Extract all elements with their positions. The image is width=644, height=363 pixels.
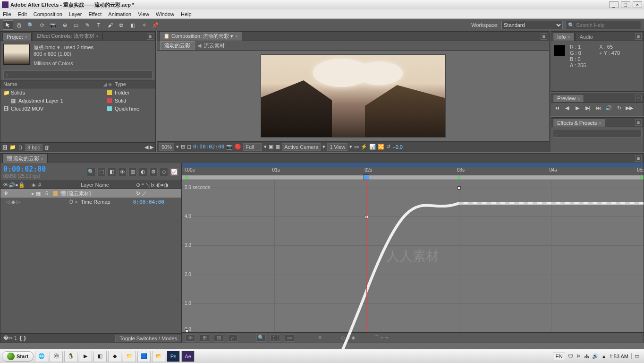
- tray-shield-icon[interactable]: 🛡: [568, 354, 573, 359]
- show-desktop-button[interactable]: ▭: [631, 353, 642, 359]
- transparency-icon[interactable]: ▦: [275, 144, 280, 150]
- last-frame-button[interactable]: ⏭: [594, 104, 602, 111]
- cti-head[interactable]: [364, 174, 369, 180]
- toggle-switches-modes[interactable]: Toggle Switches / Modes: [115, 335, 181, 342]
- tab-composition[interactable]: 📋 Composition: 流动的云彩 ▾×: [159, 31, 242, 41]
- reset-exposure-icon[interactable]: ↺: [386, 144, 390, 150]
- keyframe[interactable]: [185, 329, 188, 333]
- timeline-icon[interactable]: 📊: [369, 144, 376, 150]
- grid-icon[interactable]: ⊞: [181, 144, 185, 150]
- taskbar-qq-icon[interactable]: 🐧: [64, 351, 77, 362]
- draft3d-icon[interactable]: ◧: [108, 168, 116, 176]
- layer-label-swatch[interactable]: [53, 191, 58, 196]
- resolution-select[interactable]: Full: [243, 143, 262, 151]
- keyframe-nav[interactable]: ◁ ◆ ▷: [3, 199, 26, 205]
- keyframe[interactable]: [458, 186, 461, 190]
- rect-tool[interactable]: ▭: [71, 20, 81, 30]
- brush-tool[interactable]: 🖌: [105, 20, 115, 30]
- menu-effect[interactable]: Effect: [88, 11, 102, 17]
- col-name[interactable]: Name: [3, 81, 103, 87]
- new-folder-icon[interactable]: 📁: [9, 144, 16, 150]
- maximize-button[interactable]: □: [621, 1, 630, 8]
- tray-expand-icon[interactable]: ▲: [602, 354, 607, 359]
- taskbar-app-icon[interactable]: ◆: [108, 351, 121, 362]
- tab-project[interactable]: Project×: [2, 33, 32, 41]
- type-tool[interactable]: T: [93, 20, 104, 30]
- stopwatch-icon[interactable]: ⏱ ▷: [68, 199, 78, 205]
- brainstorm-icon[interactable]: ⚙: [149, 168, 158, 176]
- taskbar-app-icon[interactable]: 🟦: [137, 351, 151, 362]
- composition-viewer[interactable]: [157, 51, 549, 141]
- panel-menu-icon[interactable]: ≡: [541, 33, 547, 40]
- audio-button[interactable]: 🔊: [605, 104, 612, 111]
- taskbar-app-icon[interactable]: 📁: [123, 351, 136, 362]
- zoom-select[interactable]: 50%: [159, 143, 174, 151]
- property-row[interactable]: ◁ ◆ ▷ ⏱ ▷ Time Remap 0:00:04:00: [0, 198, 181, 206]
- col-layer-name[interactable]: Layer Name: [81, 182, 136, 188]
- layer-row[interactable]: 👁 ▸ ▦ 5 ▦ [流云素材] ↻ ／: [0, 189, 181, 198]
- taskbar-aftereffects-icon[interactable]: Ae: [181, 351, 195, 362]
- bpc-toggle[interactable]: 8 bpc: [25, 144, 42, 151]
- camera-select[interactable]: Active Camera: [282, 143, 321, 151]
- prev-frame-button[interactable]: ◀: [563, 104, 571, 111]
- panel-menu-icon[interactable]: ≡: [635, 119, 642, 126]
- menu-edit[interactable]: Edit: [18, 11, 27, 17]
- eraser-tool[interactable]: ◧: [127, 20, 138, 30]
- project-row-solids[interactable]: 📁 Solids Folder: [0, 88, 155, 96]
- tab-timeline-comp[interactable]: ▦ 流动的云彩×: [2, 154, 48, 163]
- motion-blur-icon[interactable]: ◐: [139, 168, 147, 176]
- time-ruler[interactable]: f:00s 01s 02s 03s 04s 05s: [182, 163, 644, 180]
- taskbar-app-icon[interactable]: ◧: [93, 351, 107, 362]
- time-remap-value[interactable]: 0:00:04:00: [133, 199, 178, 205]
- taskbar-explorer-icon[interactable]: 📂: [152, 351, 165, 362]
- next-frame-button[interactable]: ▶|: [584, 104, 592, 111]
- comp-mini-flowchart-icon[interactable]: ⬚: [97, 168, 106, 176]
- tray-clock[interactable]: 1:53 AM: [610, 354, 628, 359]
- graph-editor[interactable]: f:00s 01s 02s 03s 04s 05s: [182, 163, 644, 343]
- language-indicator[interactable]: EN: [553, 353, 565, 360]
- selection-tool[interactable]: [3, 20, 13, 30]
- menu-animation[interactable]: Animation: [108, 11, 131, 17]
- panel-menu-icon[interactable]: ≡: [635, 95, 642, 101]
- clone-tool[interactable]: ⧉: [116, 20, 127, 30]
- help-search[interactable]: 🔍 Search Help: [566, 21, 641, 29]
- play-button[interactable]: ▶: [574, 104, 581, 111]
- menu-composition[interactable]: Composition: [34, 11, 62, 17]
- tray-flag-icon[interactable]: 🏳: [576, 354, 581, 359]
- delete-icon[interactable]: 🗑: [44, 145, 50, 150]
- timecode-display[interactable]: 0:00:02:00: [193, 144, 224, 150]
- comp-flowchart-icon[interactable]: 🔀: [378, 144, 384, 150]
- puppet-tool[interactable]: 📌: [150, 20, 161, 30]
- frame-blend-icon[interactable]: ▧: [128, 168, 137, 176]
- new-comp-icon[interactable]: 🗋: [18, 145, 23, 150]
- col-type[interactable]: Type: [115, 81, 153, 87]
- taskbar-chrome-icon[interactable]: 🌐: [35, 351, 48, 362]
- taskbar-photoshop-icon[interactable]: Ps: [167, 351, 180, 362]
- pen-tool[interactable]: ✎: [82, 20, 93, 30]
- panel-menu-icon[interactable]: ≡: [147, 33, 153, 40]
- search-layers-icon[interactable]: 🔍: [87, 168, 95, 176]
- menu-window[interactable]: Window: [156, 11, 174, 17]
- panel-menu-icon[interactable]: ≡: [635, 155, 642, 162]
- panel-menu-icon[interactable]: ≡: [635, 33, 642, 40]
- menu-view[interactable]: View: [138, 11, 149, 17]
- camera-tool[interactable]: 📷: [48, 20, 59, 30]
- menu-file[interactable]: File: [3, 11, 11, 17]
- tab-effect-controls[interactable]: Effect Controls: 流云素材×: [33, 31, 103, 41]
- minimize-button[interactable]: _: [609, 1, 619, 8]
- tab-info[interactable]: Info×: [553, 33, 575, 41]
- roto-tool[interactable]: ✧: [139, 20, 149, 30]
- graph-editor-icon[interactable]: 📈: [170, 168, 178, 176]
- current-time-display[interactable]: 0:00:02:00: [3, 165, 46, 173]
- mask-icon[interactable]: ◻: [187, 144, 191, 150]
- ram-preview-button[interactable]: ▶▶: [626, 104, 633, 111]
- loop-button[interactable]: ↻: [615, 104, 623, 111]
- auto-keyframe-icon[interactable]: ◇: [160, 168, 168, 176]
- interpret-icon[interactable]: 🖼: [2, 145, 8, 150]
- start-button[interactable]: Start: [2, 351, 34, 362]
- comp-breadcrumb-active[interactable]: 流动的云彩: [160, 41, 195, 50]
- snapshot-icon[interactable]: 📷: [226, 144, 233, 150]
- taskbar-app-icon[interactable]: ▶: [79, 351, 92, 362]
- channel-icon[interactable]: 🔴: [235, 144, 241, 150]
- comp-breadcrumb-item[interactable]: 流云素材: [204, 42, 225, 49]
